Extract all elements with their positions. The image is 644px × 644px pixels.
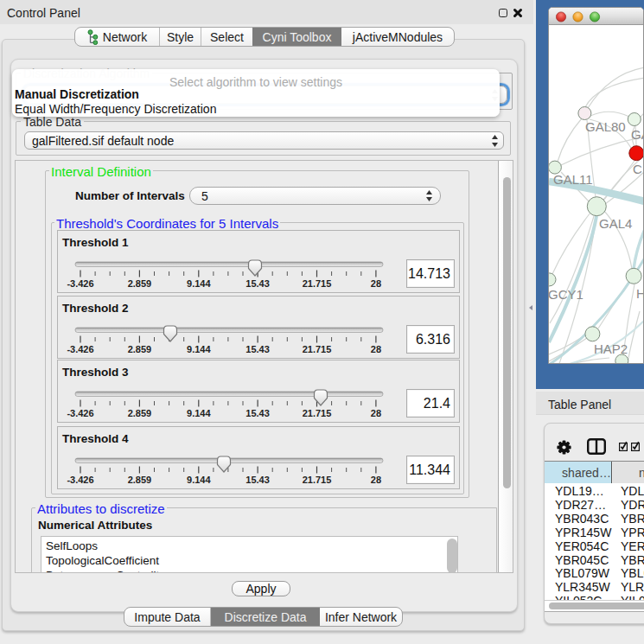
svg-text:HAP2: HAP2: [594, 341, 628, 356]
svg-text:GAL80: GAL80: [585, 119, 626, 134]
svg-text:C: C: [633, 162, 642, 176]
svg-text:GAL11: GAL11: [553, 172, 593, 187]
svg-text:GAL4: GAL4: [599, 216, 632, 231]
svg-text:H: H: [636, 286, 644, 301]
svg-text:GCY1: GCY1: [549, 287, 583, 302]
svg-text:GA: GA: [631, 127, 644, 142]
